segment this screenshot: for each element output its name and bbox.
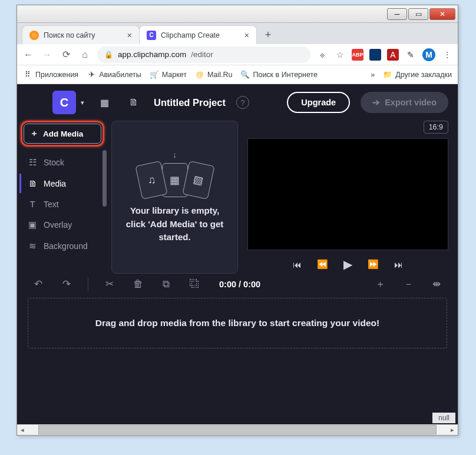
scroll-thumb[interactable] xyxy=(38,425,437,434)
rewind-button[interactable]: ⏪ xyxy=(317,259,328,270)
translate-icon[interactable]: ⟐ xyxy=(316,49,328,61)
sidebar-item-media[interactable]: 🗎Media xyxy=(19,174,105,193)
scroll-right-button[interactable]: ▸ xyxy=(447,426,458,434)
adblock-extension-icon[interactable]: ABP xyxy=(352,49,363,61)
preview-column: 16:9 ⏮ ⏪ ▶ ⏩ ⏭ xyxy=(244,121,448,274)
scroll-left-button[interactable]: ◂ xyxy=(17,426,28,434)
nav-back-button[interactable]: ← xyxy=(22,48,35,61)
chevron-down-icon[interactable]: ▾ xyxy=(81,99,84,107)
add-media-label: Add Media xyxy=(43,129,83,138)
window-titlebar: ─ ▭ ✕ xyxy=(17,5,458,23)
bookmark-item[interactable]: 🔍Поиск в Интернете xyxy=(240,70,318,79)
skip-end-button[interactable]: ⏭ xyxy=(394,260,403,270)
delete-button[interactable]: 🗑 xyxy=(131,278,145,290)
favicon-icon: C xyxy=(147,31,156,40)
bookmark-label: Авиабилеты xyxy=(99,71,141,79)
media-type-cards: ♫ ▦ ▧ xyxy=(138,163,211,197)
browser-window: ─ ▭ ✕ Поиск по сайту × C Clipchamp Creat… xyxy=(16,5,458,436)
export-label: Export video xyxy=(385,98,437,107)
app-logo[interactable]: C xyxy=(52,91,76,114)
zoom-in-button[interactable]: ＋ xyxy=(373,277,387,291)
nav-forward-button[interactable]: → xyxy=(41,48,54,61)
sidebar-scrollbar[interactable] xyxy=(103,150,107,207)
url-domain: app.clipchamp.com xyxy=(118,50,186,59)
tab-close-icon[interactable]: × xyxy=(127,31,132,40)
window-close-button[interactable]: ✕ xyxy=(429,8,455,20)
lock-icon: 🔒 xyxy=(104,51,113,59)
playback-controls: ⏮ ⏪ ▶ ⏩ ⏭ xyxy=(247,255,448,274)
fast-forward-button[interactable]: ⏩ xyxy=(368,259,379,270)
folder-icon: 📁 xyxy=(383,70,392,79)
project-title[interactable]: Untitled Project xyxy=(154,97,226,108)
apps-icon: ⠿ xyxy=(23,70,32,79)
bookmark-label: Поиск в Интернете xyxy=(253,71,318,79)
zoom-out-button[interactable]: － xyxy=(401,277,415,291)
copy-button[interactable]: ⧉ xyxy=(159,278,173,290)
horizontal-scrollbar[interactable]: ◂ ▸ xyxy=(17,424,458,435)
undo-button[interactable]: ↶ xyxy=(31,278,45,290)
sidebar-item-label: Overlay xyxy=(44,220,72,230)
sidebar-item-overlay[interactable]: ▣Overlay xyxy=(19,215,105,235)
skip-start-button[interactable]: ⏮ xyxy=(293,260,302,270)
browser-tab-strip: Поиск по сайту × C Clipchamp Create × + xyxy=(17,23,458,44)
add-media-button[interactable]: ＋ Add Media xyxy=(24,124,101,144)
bookmark-item[interactable]: ✈Авиабилеты xyxy=(87,70,141,79)
search-icon: 🔍 xyxy=(240,70,250,79)
bookmarks-overflow-button[interactable]: » xyxy=(371,71,375,79)
plane-icon: ✈ xyxy=(87,70,96,79)
library-empty-message: Your library is empty, click 'Add Media'… xyxy=(120,204,229,244)
sidebar-item-text[interactable]: TText xyxy=(19,194,105,214)
help-button[interactable]: ? xyxy=(236,96,249,109)
browser-tab[interactable]: Поиск по сайту × xyxy=(22,25,140,44)
address-bar: ← → ⟳ ⌂ 🔒 app.clipchamp.com/editor ⟐ ☆ A… xyxy=(17,44,458,65)
aspect-ratio-button[interactable]: 16:9 xyxy=(424,121,448,134)
window-minimize-button[interactable]: ─ xyxy=(387,8,407,20)
timecode: 0:00 / 0:00 xyxy=(219,280,260,289)
new-tab-button[interactable]: + xyxy=(260,26,276,43)
sidebar-item-background[interactable]: ≋Background xyxy=(19,236,105,256)
url-input[interactable]: 🔒 app.clipchamp.com/editor xyxy=(97,47,310,63)
tab-close-icon[interactable]: × xyxy=(244,31,249,40)
browser-tab[interactable]: C Clipchamp Create × xyxy=(139,25,257,44)
tab-label: Clipchamp Create xyxy=(161,31,220,39)
bookmark-star-icon[interactable]: ☆ xyxy=(334,49,346,61)
sidebar-item-label: Stock xyxy=(44,158,64,167)
layers-icon: ≋ xyxy=(27,241,38,251)
bookmark-item[interactable]: @Mail.Ru xyxy=(195,70,232,79)
favicon-icon xyxy=(29,31,39,40)
plus-icon: ＋ xyxy=(30,128,38,139)
bookmark-label: Приложения xyxy=(35,71,78,79)
pdf-extension-icon[interactable]: A xyxy=(387,49,399,61)
app-viewport: C ▾ ▦ 🗎 Untitled Project ? Upgrade ➔ Exp… xyxy=(17,84,458,424)
timeline-dropzone[interactable]: Drag and drop media from the library to … xyxy=(28,298,447,348)
nav-home-button[interactable]: ⌂ xyxy=(78,48,91,61)
fit-button[interactable]: ⇼ xyxy=(429,278,444,290)
sidebar-item-label: Background xyxy=(44,241,88,251)
bookmark-label: Mail.Ru xyxy=(207,71,232,79)
window-maximize-button[interactable]: ▭ xyxy=(408,8,428,20)
upgrade-button[interactable]: Upgrade xyxy=(287,92,350,113)
export-video-button[interactable]: ➔ Export video xyxy=(361,92,448,113)
duplicate-button[interactable]: ⿻ xyxy=(187,278,201,290)
extension-icon[interactable] xyxy=(369,49,381,61)
other-bookmarks-folder[interactable]: 📁Другие закладки xyxy=(383,70,452,79)
redo-button[interactable]: ↷ xyxy=(60,278,74,290)
bookmark-apps[interactable]: ⠿Приложения xyxy=(23,70,78,79)
stock-icon: ☷ xyxy=(27,157,38,168)
browser-menu-button[interactable]: ⋮ xyxy=(441,49,453,61)
add-media-highlight: ＋ Add Media xyxy=(21,121,104,147)
play-button[interactable]: ▶ xyxy=(343,257,352,271)
cut-button[interactable]: ✂ xyxy=(103,278,117,290)
bookmark-item[interactable]: 🛒Маркет xyxy=(150,70,187,79)
video-preview[interactable] xyxy=(247,138,448,250)
bookmark-label: Маркет xyxy=(162,71,187,79)
file-icon[interactable]: 🗎 xyxy=(124,93,143,112)
profile-avatar[interactable]: M xyxy=(422,48,435,61)
extension-icon[interactable]: ✎ xyxy=(405,49,416,61)
tab-label: Поиск по сайту xyxy=(44,31,95,39)
layout-icon[interactable]: ▦ xyxy=(95,93,114,112)
nav-reload-button[interactable]: ⟳ xyxy=(60,48,72,61)
sidebar-item-stock[interactable]: ☷Stock xyxy=(19,152,105,172)
edit-toolbar: ↶ ↷ ✂ 🗑 ⧉ ⿻ 0:00 / 0:00 ＋ － ⇼ xyxy=(17,274,458,294)
export-icon: ➔ xyxy=(372,98,380,107)
